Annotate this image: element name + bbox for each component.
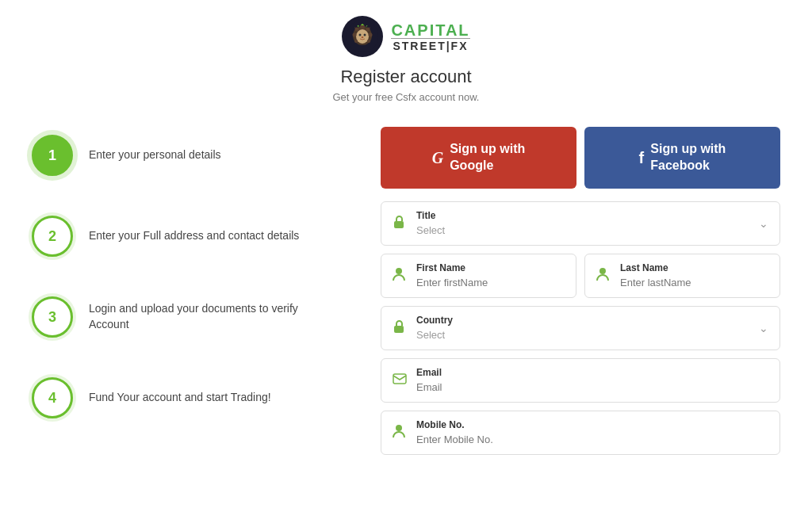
title-label: Title [416,210,751,221]
mobile-field: Mobile No. [381,411,780,455]
step-item-1: 1 Enter your personal details [32,135,333,176]
first-name-person-icon [393,267,408,285]
facebook-button-line1: Sign up with [650,141,726,158]
country-lock-icon [393,319,408,337]
step-circle-2: 2 [32,216,73,257]
country-chevron-icon: ⌄ [759,322,768,334]
first-name-label: First Name [416,262,565,273]
svg-point-17 [599,268,606,274]
svg-point-16 [396,268,402,274]
title-select[interactable]: Select Mr Mrs Ms Dr [416,224,751,236]
mobile-person-icon [393,424,408,441]
svg-point-4 [364,34,366,36]
svg-rect-19 [393,374,406,384]
svg-point-20 [396,425,402,431]
svg-rect-15 [394,221,404,228]
step-item-3: 3 Login and upload your documents to ver… [32,296,333,338]
header: CAPITAL STREET|FX Register account Get y… [0,16,812,103]
google-signup-button[interactable]: G Sign up with Google [381,127,576,189]
mobile-label: Mobile No. [416,419,768,430]
facebook-button-line2: Facebook [650,158,710,174]
svg-point-12 [369,33,373,37]
step-circle-4: 4 [32,377,73,418]
country-label: Country [416,315,751,326]
svg-point-9 [355,28,359,32]
step-item-4: 4 Fund Your account and start Trading! [32,377,333,418]
title-chevron-icon: ⌄ [759,217,768,230]
email-field: Email [381,358,780,403]
step-number-1: 1 [48,147,56,164]
social-buttons: G Sign up with Google f Sign up with Fac… [381,127,780,189]
step-circle-1: 1 [32,135,73,176]
facebook-icon: f [639,147,645,168]
main-content: 1 Enter your personal details 2 Enter yo… [0,127,812,463]
step-label-1: Enter your personal details [89,147,221,163]
svg-point-14 [367,40,370,43]
step-number-3: 3 [48,309,56,326]
step-number-4: 4 [48,390,56,407]
title-field-content: Title Select Mr Mrs Ms Dr [416,210,751,237]
country-field: Country Select United States United King… [381,306,780,350]
google-button-line2: Google [450,158,493,174]
logo-area: CAPITAL STREET|FX [0,16,812,57]
email-input[interactable] [416,381,768,393]
logo-capital: CAPITAL [391,22,469,38]
step-number-2: 2 [48,228,56,245]
last-name-field-content: Last Name [620,262,768,289]
logo-text: CAPITAL STREET|FX [391,22,469,52]
last-name-field: Last Name [584,254,780,298]
facebook-signup-button[interactable]: f Sign up with Facebook [584,127,780,189]
first-name-field-content: First Name [416,262,565,289]
svg-point-3 [359,34,362,36]
country-select[interactable]: Select United States United Kingdom Cana… [416,329,751,341]
google-button-line1: Sign up with [450,141,525,158]
last-name-person-icon [596,267,612,285]
title-lock-icon [393,215,408,232]
svg-point-13 [354,40,358,43]
mobile-input[interactable] [416,434,768,445]
svg-rect-18 [394,326,404,333]
step-label-4: Fund Your account and start Trading! [89,390,271,406]
step-label-3: Login and upload your documents to verif… [89,301,333,332]
register-title: Register account [0,67,812,87]
name-row: First Name Last Name [381,254,780,298]
register-subtitle: Get your free Csfx account now. [0,91,812,103]
logo-icon [342,16,383,57]
logo-street: STREET|FX [391,38,469,52]
country-field-content: Country Select United States United King… [416,315,751,342]
first-name-field: First Name [381,254,576,298]
google-icon: G [432,147,443,168]
email-icon [393,373,408,388]
svg-point-5 [362,36,364,38]
email-field-content: Email [416,367,768,394]
form-panel: G Sign up with Google f Sign up with Fac… [381,127,780,463]
first-name-input[interactable] [416,277,565,288]
email-label: Email [416,367,768,378]
svg-point-10 [366,28,370,32]
last-name-label: Last Name [620,262,768,273]
last-name-input[interactable] [620,277,768,288]
step-item-2: 2 Enter your Full address and contact de… [32,216,333,257]
mobile-field-content: Mobile No. [416,419,768,446]
page-wrapper: CAPITAL STREET|FX Register account Get y… [0,0,812,531]
steps-panel: 1 Enter your personal details 2 Enter yo… [32,127,333,463]
title-field: Title Select Mr Mrs Ms Dr ⌄ [381,201,780,246]
svg-point-11 [353,33,357,37]
step-label-2: Enter your Full address and contact deta… [89,228,299,244]
step-circle-3: 3 [32,296,73,338]
